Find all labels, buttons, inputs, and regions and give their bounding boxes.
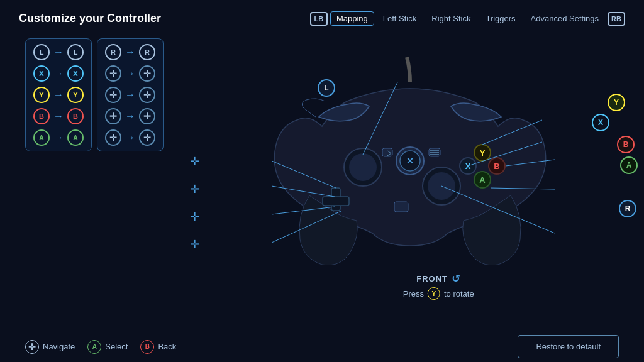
arrow-icon: → (53, 89, 64, 101)
tab-left-stick[interactable]: Left Stick (377, 11, 423, 26)
table-row[interactable]: R → R (103, 43, 158, 62)
table-row[interactable]: L → L (31, 43, 86, 62)
table-row[interactable]: ✛ → ✛ (103, 64, 158, 83)
tab-advanced-settings[interactable]: Advanced Settings (525, 11, 605, 26)
from-btn-r: R (105, 44, 121, 60)
rotate-text: to rotate (444, 289, 474, 299)
from-btn-l: L (33, 44, 50, 60)
dpad-icon-1: ✛ (190, 155, 199, 168)
ctrl-label-a: A (620, 156, 638, 174)
from-btn-b: B (33, 108, 50, 124)
from-btn-a: A (33, 129, 50, 146)
arrow-icon: → (125, 47, 135, 58)
dpad-icon-2: ✛ (190, 182, 199, 196)
table-row[interactable]: X → X (31, 64, 86, 83)
header: Customize your Controller LB Mapping Lef… (0, 0, 644, 32)
arrow-icon: → (125, 68, 135, 79)
ctrl-label-l: L (318, 79, 335, 97)
rb-badge: RB (608, 12, 625, 26)
front-label: FRONT ↺ (416, 273, 460, 285)
mapping-panel: L → L X → X Y → Y B → B A → A (0, 32, 176, 325)
front-text: FRONT (416, 274, 448, 283)
arrow-icon: → (125, 89, 135, 101)
to-btn-dpad2: ✛ (139, 87, 155, 103)
y-button-inline: Y (428, 287, 440, 300)
restore-default-button[interactable]: Restore to default (518, 335, 619, 358)
ctrl-label-x: X (592, 114, 609, 131)
table-row[interactable]: ✛ → ✛ (103, 85, 158, 104)
svg-point-1 (349, 153, 377, 181)
arrow-icon: → (125, 111, 135, 122)
from-btn-x: X (33, 65, 50, 82)
ctrl-label-r: R (619, 200, 636, 217)
svg-rect-14 (394, 202, 408, 212)
from-btn-y: Y (33, 87, 50, 103)
press-rotate-hint: Press Y to rotate (403, 287, 474, 300)
controller-svg: ✕ A B X (259, 51, 561, 265)
hint-select: A Select (87, 340, 128, 354)
dpad-navigate-icon: ✛ (25, 340, 39, 354)
svg-rect-11 (382, 148, 392, 156)
from-btn-dpad3: ✛ (105, 108, 121, 124)
tab-right-stick[interactable]: Right Stick (425, 11, 477, 26)
arrow-icon: → (125, 132, 135, 143)
to-btn-l: L (67, 44, 84, 60)
from-btn-dpad4: ✛ (105, 129, 121, 146)
b-back-icon: B (140, 340, 154, 354)
to-btn-dpad1: ✛ (139, 65, 155, 82)
from-btn-dpad2: ✛ (105, 87, 121, 103)
hint-back: B Back (140, 340, 176, 354)
a-select-icon: A (87, 340, 101, 354)
svg-text:X: X (465, 162, 471, 171)
navigate-label: Navigate (43, 342, 75, 351)
bottom-bar: ✛ Navigate A Select B Back Restore to de… (0, 331, 644, 362)
press-text: Press (403, 289, 424, 299)
arrow-icon: → (53, 111, 64, 122)
table-row[interactable]: A → A (31, 128, 86, 147)
bottom-hints: ✛ Navigate A Select B Back (25, 340, 176, 354)
lb-badge: LB (310, 12, 328, 26)
select-label: Select (105, 342, 128, 351)
table-row[interactable]: ✛ → ✛ (103, 128, 158, 147)
arrow-icon: → (53, 132, 64, 143)
svg-text:B: B (494, 162, 499, 171)
tab-mapping[interactable]: Mapping (330, 11, 374, 26)
table-row[interactable]: ✛ → ✛ (103, 107, 158, 126)
nav-tabs: LB Mapping Left Stick Right Stick Trigge… (310, 11, 625, 26)
to-btn-dpad3: ✛ (139, 108, 155, 124)
front-area: FRONT ↺ Press Y to rotate (403, 273, 474, 300)
to-btn-y: Y (67, 87, 84, 103)
table-row[interactable]: B → B (31, 107, 86, 126)
dpad-icon-3: ✛ (190, 210, 199, 224)
to-btn-dpad4: ✛ (139, 129, 155, 146)
main-content: L → L X → X Y → Y B → B A → A (0, 32, 644, 325)
hint-navigate: ✛ Navigate (25, 340, 75, 354)
svg-text:Y: Y (480, 148, 486, 158)
from-btn-dpad1: ✛ (105, 65, 121, 82)
page-title: Customize your Controller (19, 12, 161, 25)
to-btn-b: B (67, 108, 84, 124)
ctrl-label-y: Y (608, 94, 625, 111)
svg-rect-16 (323, 197, 349, 206)
svg-text:A: A (479, 175, 486, 185)
right-mapping-column: R → R ✛ → ✛ ✛ → ✛ ✛ → ✛ ✛ → ✛ (97, 38, 164, 151)
left-dpad-indicators: ✛ ✛ ✛ ✛ (190, 155, 199, 251)
table-row[interactable]: Y → Y (31, 85, 86, 104)
ctrl-label-b: B (617, 136, 635, 153)
svg-text:✕: ✕ (406, 156, 414, 166)
to-btn-a: A (67, 129, 84, 146)
dpad-icon-4: ✛ (190, 238, 199, 251)
arrow-icon: → (53, 47, 64, 58)
controller-area: ✕ A B X (176, 32, 644, 325)
to-btn-r: R (139, 44, 155, 60)
to-btn-x: X (67, 65, 84, 82)
rotate-icon: ↺ (452, 273, 460, 285)
left-mapping-column: L → L X → X Y → Y B → B A → A (25, 38, 92, 151)
back-label: Back (158, 342, 176, 351)
arrow-icon: → (53, 68, 64, 79)
tab-triggers[interactable]: Triggers (479, 11, 521, 26)
